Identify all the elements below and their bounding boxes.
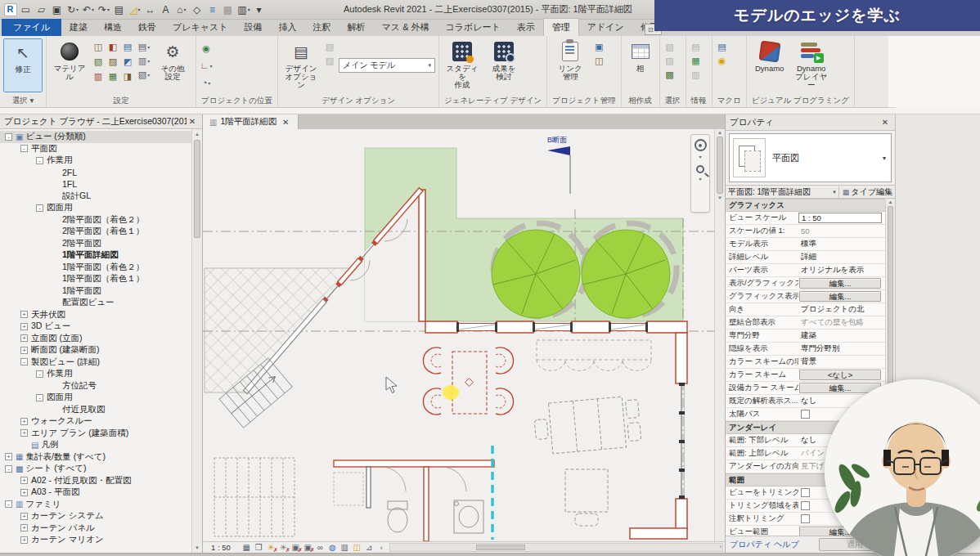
tree-item[interactable]: + 立面図 (立面) [0, 333, 191, 345]
expand-icon[interactable]: + [20, 418, 28, 425]
scroll-up-icon[interactable]: ▴ [886, 199, 895, 205]
visual-style-icon[interactable]: ❒ [253, 542, 265, 553]
tree-item[interactable]: + A02 - 付近見取図・配置図 [0, 475, 191, 487]
thin-lines-icon[interactable]: ≡ [205, 2, 220, 17]
object-styles-icon[interactable]: ◫ [92, 40, 105, 53]
property-row[interactable]: モデル表示 標準 [726, 238, 885, 251]
switch-windows-icon[interactable]: ▥▾ [236, 2, 251, 17]
scroll-down-icon[interactable]: ▾ [192, 543, 202, 553]
property-row[interactable]: カラー スキームの場所 背景 [726, 356, 885, 369]
edit-selection-icon[interactable]: ▩ [663, 68, 677, 81]
tree-item[interactable]: - 作業用 [0, 155, 191, 167]
revit-logo[interactable]: R [3, 2, 18, 17]
close-hidden-windows-icon[interactable]: ▩ [221, 2, 236, 17]
position-icon[interactable]: ◔ [200, 76, 213, 89]
tree-item[interactable]: - ▣ ビュー (分類順) [0, 131, 191, 143]
snaps-icon[interactable]: ◧ [106, 40, 119, 53]
expand-icon[interactable]: + [20, 347, 28, 354]
expand-icon[interactable]: + [5, 453, 12, 460]
close-view-icon[interactable]: ✕ [280, 118, 291, 127]
starting-view-icon[interactable]: ◫ [592, 54, 605, 67]
section-icon[interactable]: ◇ [190, 2, 205, 17]
tab-structure[interactable]: 構造 [96, 19, 130, 36]
expand-icon[interactable]: - [20, 145, 28, 152]
additional-settings-icon-3[interactable]: ▧ [137, 68, 151, 81]
view-scale-button[interactable]: 1 : 50 [211, 543, 231, 552]
tree-item[interactable]: 1階平面詳細図 [0, 249, 191, 262]
tab-analyze[interactable]: 解析 [339, 19, 374, 36]
expand-icon[interactable]: - [36, 157, 43, 164]
reveal-hidden-elements-icon[interactable]: ◍ [326, 542, 339, 553]
tree-item[interactable]: + ▦ 集計表/数量 (すべて) [0, 451, 191, 464]
create-study-button[interactable]: スタディを 作成 [443, 38, 482, 92]
tree-item[interactable]: 2階平面図 [0, 238, 191, 250]
transfer-standards-icon[interactable]: ▥ [92, 70, 105, 83]
tree-item[interactable]: + ウォークスルー [0, 415, 191, 428]
tab-steel[interactable]: 鉄骨 [130, 19, 164, 36]
undo-icon[interactable]: ↶▾ [81, 2, 96, 17]
property-value[interactable]: 専門分野別 [798, 343, 885, 354]
tree-item[interactable]: + エリア プラン (建築面積) [0, 428, 191, 440]
expand-icon[interactable]: + [20, 323, 28, 330]
active-design-option-dropdown[interactable]: メイン モデル ▾ [339, 58, 435, 73]
tab-precast[interactable]: プレキャスト [164, 19, 236, 36]
tree-item[interactable]: + カーテン システム [0, 510, 191, 522]
chevron-down-icon[interactable]: ▾ [833, 189, 836, 195]
tab-collaborate[interactable]: コラボレート [438, 19, 509, 36]
dynamo-button[interactable]: Dynamo [750, 38, 789, 92]
save-icon[interactable]: ▣ [50, 2, 65, 17]
measure-icon[interactable]: ◿▾ [128, 2, 142, 17]
manage-links-button[interactable]: リンク 管理 [551, 38, 590, 92]
property-row[interactable]: 専門分野 建築 [726, 330, 885, 343]
property-row[interactable]: 壁結合部表示 すべての壁を包絡 [726, 316, 885, 330]
browser-scrollbar[interactable]: ▴ ▾ [191, 129, 202, 553]
property-row[interactable]: スケールの値 1: 50 [726, 225, 885, 238]
project-information-icon[interactable]: ▤ [121, 40, 134, 53]
property-row[interactable]: 隠線を表示 専門分野別 [726, 343, 885, 356]
expand-icon[interactable]: + [20, 513, 28, 520]
tree-item[interactable]: - ▩ シート (すべて) [0, 463, 191, 475]
other-settings-button[interactable]: ⚙ その他 設定 [153, 38, 192, 92]
scroll-down-icon[interactable]: ▾ [715, 195, 725, 201]
design-options-button[interactable]: ▤ デザイン オプション [281, 38, 321, 92]
redo-icon[interactable]: ↷▾ [97, 2, 111, 17]
expand-icon[interactable]: + [20, 429, 28, 437]
coordinates-icon[interactable]: ∟ [200, 59, 213, 72]
tree-item[interactable]: + カーテン パネル [0, 522, 191, 535]
expand-icon[interactable]: - [5, 133, 12, 141]
location-globe-icon[interactable]: ◉ [200, 42, 213, 55]
tree-item[interactable]: - 図面用 [0, 392, 191, 404]
open-icon[interactable]: ▱ [34, 2, 49, 17]
expand-icon[interactable]: + [20, 524, 28, 531]
select-by-id-icon[interactable]: ▦ [690, 54, 703, 67]
tab-addins[interactable]: アドイン [579, 19, 632, 36]
temporary-view-properties-icon[interactable]: ▥ [339, 542, 351, 553]
chevron-down-icon[interactable]: ▾ [883, 155, 888, 162]
property-value[interactable]: <なし> [799, 370, 881, 380]
scroll-right-icon[interactable]: › [720, 544, 722, 549]
expand-icon[interactable]: - [36, 204, 43, 212]
default-3d-view-icon[interactable]: ⌂▾ [174, 2, 189, 17]
materials-button[interactable]: マテリアル [50, 38, 89, 92]
property-value[interactable]: オリジナルを表示 [798, 265, 885, 276]
steering-wheel-icon[interactable] [695, 139, 707, 151]
aligned-dimension-icon[interactable]: ↔ [143, 2, 158, 17]
close-icon[interactable]: ✕ [187, 117, 198, 126]
tree-item[interactable]: 方位記号 [0, 380, 191, 392]
property-value[interactable]: 建築 [798, 330, 885, 341]
global-parameters-icon[interactable]: ◩ [121, 55, 134, 68]
explore-outcomes-button[interactable]: 成果を 検討 [484, 38, 524, 92]
property-row[interactable]: 設備カラー スキーム 編集... [726, 382, 885, 395]
tab-file[interactable]: ファイル [2, 19, 61, 36]
tree-item[interactable]: - 図面用 [0, 202, 191, 214]
tab-manage[interactable]: 管理 [543, 18, 579, 36]
expand-icon[interactable]: + [20, 311, 28, 318]
expand-icon[interactable]: - [5, 465, 12, 473]
sun-path-icon[interactable]: ☀✗ [265, 542, 277, 553]
tree-item[interactable]: 1階平面図 [0, 285, 191, 298]
analytical-model-icon[interactable]: ◫ [351, 542, 363, 553]
expand-icon[interactable]: + [20, 334, 28, 342]
text-icon[interactable]: A [159, 2, 173, 17]
expand-icon[interactable]: + [20, 477, 28, 484]
project-units-icon[interactable]: ◨ [121, 70, 134, 83]
